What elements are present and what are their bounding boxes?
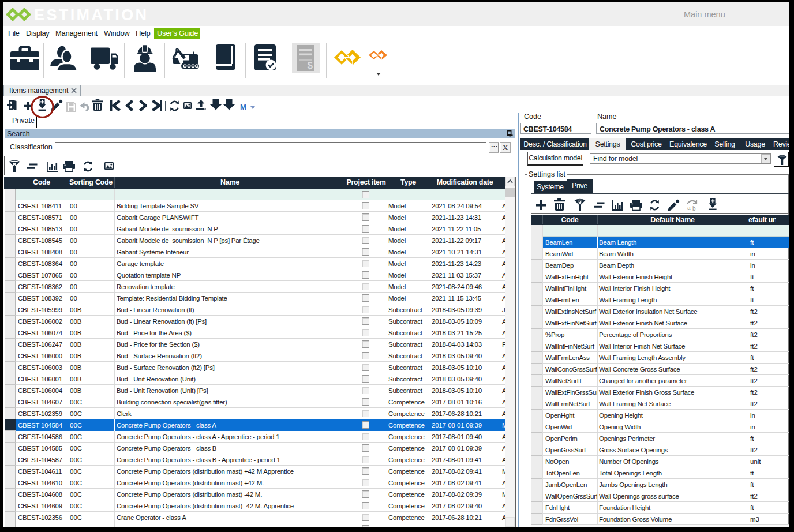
svg-text:b: b xyxy=(692,205,696,211)
svg-text:$: $ xyxy=(308,60,313,71)
svg-text:a: a xyxy=(687,205,691,211)
